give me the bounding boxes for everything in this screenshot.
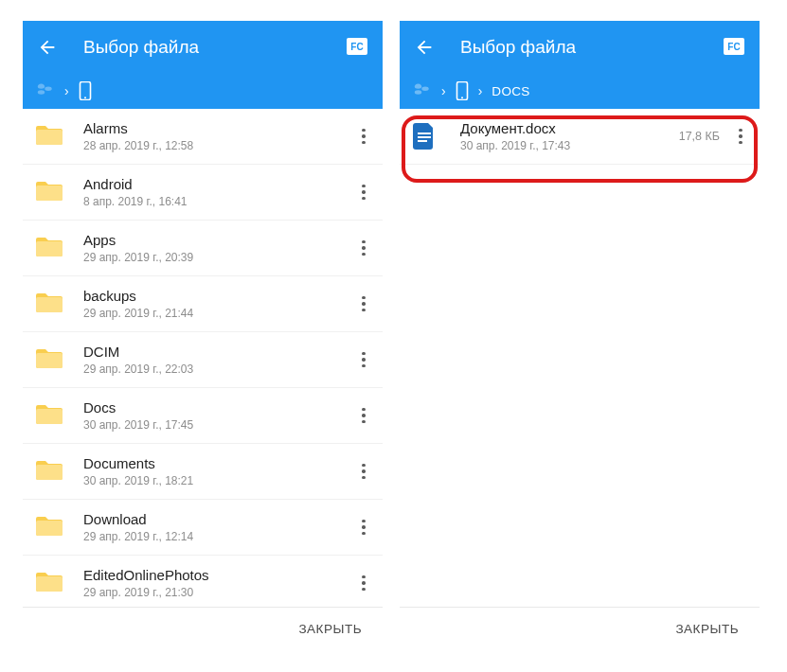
- file-meta: 30 апр. 2019 г., 18:21: [83, 474, 352, 487]
- content-area: Документ.docx 30 апр. 2019 г., 17:43 17,…: [400, 109, 760, 650]
- file-name: Docs: [83, 399, 352, 417]
- list-item-texts: backups 29 апр. 2019 г., 21:44: [83, 288, 352, 321]
- folder-icon: [36, 179, 63, 205]
- overflow-menu-button[interactable]: [352, 510, 375, 544]
- content-area: Alarms 28 апр. 2019 г., 12:58 Android 8 …: [23, 109, 383, 650]
- list-item[interactable]: Documents 30 апр. 2019 г., 18:21: [23, 444, 383, 500]
- overflow-menu-button[interactable]: [729, 119, 752, 153]
- list-item[interactable]: backups 29 апр. 2019 г., 21:44: [23, 276, 383, 332]
- overflow-menu-button[interactable]: [352, 566, 375, 600]
- list-item-texts: DCIM 29 апр. 2019 г., 22:03: [83, 344, 352, 377]
- list-item-texts: Documents 30 апр. 2019 г., 18:21: [83, 455, 352, 488]
- list-item-texts: Apps 29 апр. 2019 г., 20:39: [83, 232, 352, 265]
- breadcrumb-root-icon[interactable]: [36, 82, 55, 99]
- back-button[interactable]: [413, 36, 436, 59]
- file-meta: 29 апр. 2019 г., 22:03: [83, 363, 352, 376]
- folder-icon: [36, 402, 63, 429]
- breadcrumb-root-icon[interactable]: [413, 82, 432, 99]
- folder-icon: [36, 346, 63, 373]
- list-item[interactable]: Документ.docx 30 апр. 2019 г., 17:43 17,…: [400, 109, 760, 165]
- breadcrumb-segment[interactable]: DOCS: [492, 84, 529, 98]
- breadcrumb: ›: [23, 73, 383, 109]
- svg-text:FC: FC: [350, 42, 363, 52]
- list-item[interactable]: Alarms 28 апр. 2019 г., 12:58: [23, 109, 383, 165]
- app-bar: Выбор файла FC: [400, 21, 760, 73]
- file-list[interactable]: Документ.docx 30 апр. 2019 г., 17:43 17,…: [400, 109, 760, 607]
- folder-icon: [36, 123, 63, 150]
- folder-icon: [36, 570, 63, 596]
- file-meta: 30 апр. 2019 г., 17:43: [460, 139, 679, 152]
- svg-text:FC: FC: [727, 42, 740, 52]
- chevron-right-icon: ›: [441, 83, 446, 98]
- footer-bar: ЗАКРЫТЬ: [23, 607, 383, 650]
- list-item[interactable]: Apps 29 апр. 2019 г., 20:39: [23, 221, 383, 276]
- file-name: Apps: [83, 232, 352, 250]
- overflow-menu-button[interactable]: [352, 119, 375, 153]
- list-item-texts: Документ.docx 30 апр. 2019 г., 17:43: [460, 120, 679, 153]
- list-item-texts: Docs 30 апр. 2019 г., 17:45: [83, 399, 352, 433]
- folder-icon: [36, 235, 63, 261]
- chevron-right-icon: ›: [64, 83, 69, 98]
- file-list[interactable]: Alarms 28 апр. 2019 г., 12:58 Android 8 …: [23, 109, 383, 607]
- storage-icon[interactable]: FC: [722, 37, 746, 58]
- file-name: Documents: [83, 455, 352, 473]
- list-item-texts: EditedOnlinePhotos 29 апр. 2019 г., 21:3…: [83, 567, 352, 600]
- screen-title: Выбор файла: [460, 37, 722, 58]
- list-item[interactable]: Android 8 апр. 2019 г., 16:41: [23, 165, 383, 221]
- overflow-menu-button[interactable]: [352, 175, 375, 209]
- document-icon: [413, 123, 439, 150]
- file-meta: 8 апр. 2019 г., 16:41: [83, 195, 352, 208]
- list-item[interactable]: EditedOnlinePhotos 29 апр. 2019 г., 21:3…: [23, 556, 383, 607]
- folder-icon: [36, 458, 63, 485]
- svg-point-4: [84, 97, 86, 98]
- list-item[interactable]: Docs 30 апр. 2019 г., 17:45: [23, 388, 383, 444]
- breadcrumb-phone-icon[interactable]: [79, 81, 92, 100]
- overflow-menu-button[interactable]: [352, 343, 375, 377]
- footer-bar: ЗАКРЫТЬ: [400, 607, 760, 650]
- file-name: backups: [83, 288, 352, 306]
- phone-right: Выбор файла FC › › DOCS Документ.docx 30…: [400, 21, 760, 650]
- chevron-right-icon: ›: [478, 83, 483, 98]
- close-button[interactable]: ЗАКРЫТЬ: [296, 616, 364, 642]
- file-meta: 29 апр. 2019 г., 12:14: [83, 530, 352, 543]
- breadcrumb-phone-icon[interactable]: [456, 81, 469, 100]
- svg-point-8: [461, 97, 463, 98]
- list-item-texts: Download 29 апр. 2019 г., 12:14: [83, 511, 352, 544]
- overflow-menu-button[interactable]: [352, 287, 375, 321]
- screen-title: Выбор файла: [83, 37, 345, 58]
- file-name: Документ.docx: [460, 120, 679, 138]
- phone-left: Выбор файла FC › Alarms 28 апр. 2019 г.,…: [23, 21, 383, 650]
- overflow-menu-button[interactable]: [352, 231, 375, 265]
- file-name: EditedOnlinePhotos: [83, 567, 352, 585]
- list-item-texts: Alarms 28 апр. 2019 г., 12:58: [83, 120, 352, 153]
- list-item[interactable]: DCIM 29 апр. 2019 г., 22:03: [23, 332, 383, 388]
- back-button[interactable]: [36, 36, 59, 59]
- file-name: Download: [83, 511, 352, 529]
- close-button[interactable]: ЗАКРЫТЬ: [673, 616, 741, 642]
- overflow-menu-button[interactable]: [352, 454, 375, 488]
- folder-icon: [36, 291, 63, 317]
- file-name: Android: [83, 176, 352, 194]
- breadcrumb: › › DOCS: [400, 73, 760, 109]
- file-meta: 30 апр. 2019 г., 17:45: [83, 418, 352, 432]
- file-name: Alarms: [83, 120, 352, 138]
- file-meta: 29 апр. 2019 г., 21:44: [83, 307, 352, 320]
- file-size: 17,8 КБ: [679, 130, 720, 143]
- file-meta: 29 апр. 2019 г., 21:30: [83, 586, 352, 599]
- folder-icon: [36, 514, 63, 540]
- list-item-texts: Android 8 апр. 2019 г., 16:41: [83, 176, 352, 209]
- app-bar: Выбор файла FC: [23, 21, 383, 73]
- file-name: DCIM: [83, 344, 352, 362]
- file-meta: 29 апр. 2019 г., 20:39: [83, 251, 352, 264]
- overflow-menu-button[interactable]: [352, 398, 375, 433]
- storage-icon[interactable]: FC: [345, 37, 369, 58]
- file-meta: 28 апр. 2019 г., 12:58: [83, 139, 352, 152]
- list-item[interactable]: Download 29 апр. 2019 г., 12:14: [23, 500, 383, 556]
